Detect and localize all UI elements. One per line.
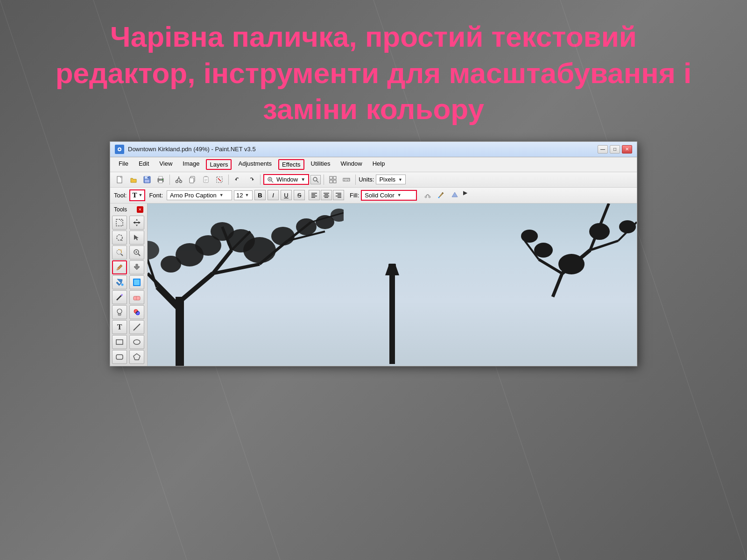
font-dropdown[interactable]: Arno Pro Caption ▼ bbox=[167, 190, 232, 200]
pencil-tool[interactable] bbox=[112, 260, 127, 274]
menu-window[interactable]: Window bbox=[337, 159, 366, 170]
eraser-tool[interactable] bbox=[129, 290, 144, 304]
menu-adjustments[interactable]: Adjustments bbox=[234, 159, 275, 170]
svg-point-63 bbox=[438, 197, 440, 198]
select-rect-tool[interactable] bbox=[112, 216, 127, 230]
svg-line-71 bbox=[121, 254, 123, 256]
color-dropper-button[interactable] bbox=[435, 189, 447, 201]
menu-layers[interactable]: Layers bbox=[206, 159, 232, 170]
svg-rect-25 bbox=[204, 177, 208, 182]
align-left-button[interactable] bbox=[309, 190, 320, 200]
font-label: Font: bbox=[149, 192, 163, 199]
svg-point-131 bbox=[534, 243, 553, 258]
lasso-tool[interactable] bbox=[112, 231, 127, 245]
rectangle-tool[interactable] bbox=[112, 335, 127, 349]
svg-rect-89 bbox=[118, 314, 121, 315]
alignment-group bbox=[309, 190, 344, 200]
save-button[interactable] bbox=[141, 174, 153, 185]
window-controls[interactable]: — □ ✕ bbox=[598, 145, 632, 154]
text-tool-char: T bbox=[117, 323, 122, 331]
svg-point-132 bbox=[521, 230, 538, 243]
color-fill-tool[interactable] bbox=[129, 275, 144, 289]
align-right-button[interactable] bbox=[333, 190, 344, 200]
svg-point-129 bbox=[589, 223, 610, 240]
zoom-combo[interactable]: Window ▼ bbox=[263, 174, 309, 185]
svg-rect-134 bbox=[389, 275, 395, 364]
tool-type-selector[interactable]: T ▼ bbox=[129, 189, 145, 201]
rounded-rect-tool[interactable] bbox=[112, 350, 127, 364]
svg-marker-69 bbox=[134, 235, 139, 240]
brush-tool[interactable] bbox=[112, 290, 127, 304]
menu-edit[interactable]: Edit bbox=[135, 159, 153, 170]
new-button[interactable] bbox=[114, 174, 126, 185]
print-button[interactable] bbox=[155, 174, 167, 185]
svg-rect-8 bbox=[120, 176, 122, 178]
ellipse-tool[interactable] bbox=[129, 335, 144, 349]
antialiasing-button[interactable] bbox=[422, 189, 434, 201]
svg-rect-96 bbox=[116, 355, 123, 359]
tool-dropdown-arrow: ▼ bbox=[138, 193, 142, 197]
svg-point-85 bbox=[121, 294, 123, 296]
font-size-dropdown[interactable]: 12 ▼ bbox=[234, 190, 253, 200]
redo-button[interactable] bbox=[245, 174, 257, 185]
slide-background: Чарівна паличка, простий текстовий редак… bbox=[0, 0, 747, 560]
menu-utilities[interactable]: Utilities bbox=[307, 159, 334, 170]
paste-button[interactable] bbox=[200, 174, 212, 185]
svg-point-6 bbox=[119, 148, 120, 150]
menu-effects[interactable]: Effects bbox=[278, 159, 304, 170]
svg-line-93 bbox=[134, 324, 140, 330]
fill-label: Fill: bbox=[350, 192, 359, 199]
fill-dropdown[interactable]: Solid Color ▼ bbox=[361, 190, 417, 201]
close-button[interactable]: ✕ bbox=[622, 145, 632, 154]
svg-point-133 bbox=[619, 220, 636, 233]
grid-button[interactable] bbox=[327, 174, 339, 185]
clone-stamp-tool[interactable] bbox=[112, 305, 127, 319]
zoom-plus-button[interactable] bbox=[310, 175, 321, 184]
align-center-button[interactable] bbox=[321, 190, 332, 200]
svg-point-16 bbox=[162, 179, 163, 180]
fill-area: Fill: Solid Color ▼ bbox=[350, 190, 417, 201]
opacity-button[interactable] bbox=[449, 189, 461, 201]
deselect-button[interactable] bbox=[213, 174, 226, 185]
tool-label: Tool: bbox=[114, 192, 127, 199]
svg-rect-15 bbox=[159, 181, 162, 183]
app-icon bbox=[115, 145, 124, 154]
paint-bucket-tool[interactable] bbox=[112, 275, 127, 289]
undo-button[interactable] bbox=[232, 174, 244, 185]
svg-line-84 bbox=[117, 295, 121, 300]
units-dropdown[interactable]: Pixels ▼ bbox=[376, 175, 406, 184]
pan-tool[interactable] bbox=[129, 260, 144, 274]
bold-button[interactable]: B bbox=[254, 190, 266, 200]
ruler-button[interactable] bbox=[340, 174, 352, 185]
svg-point-18 bbox=[180, 180, 182, 182]
minimize-button[interactable]: — bbox=[598, 145, 608, 154]
menu-image[interactable]: Image bbox=[179, 159, 203, 170]
text-tool[interactable]: T bbox=[112, 320, 127, 334]
cut-button[interactable] bbox=[173, 174, 185, 185]
copy-button[interactable] bbox=[186, 174, 198, 185]
menu-help[interactable]: Help bbox=[369, 159, 389, 170]
tools-close-button[interactable]: ✕ bbox=[137, 206, 143, 213]
units-label: Units: bbox=[359, 176, 374, 183]
tools-panel-title: Tools bbox=[114, 206, 127, 213]
recolor-tool[interactable] bbox=[129, 305, 144, 319]
underline-button[interactable]: U bbox=[281, 190, 292, 200]
menu-file[interactable]: File bbox=[115, 159, 132, 170]
magic-wand-tool[interactable] bbox=[112, 245, 127, 259]
move-select-tool[interactable] bbox=[129, 231, 144, 245]
svg-point-114 bbox=[243, 237, 276, 263]
svg-rect-40 bbox=[333, 176, 336, 179]
move-tool[interactable] bbox=[129, 216, 144, 230]
italic-button[interactable]: I bbox=[268, 190, 279, 200]
open-button[interactable] bbox=[127, 174, 140, 185]
menu-view[interactable]: View bbox=[155, 159, 176, 170]
freeform-shape-tool[interactable] bbox=[129, 350, 144, 364]
svg-rect-41 bbox=[330, 180, 332, 183]
svg-point-60 bbox=[425, 196, 427, 198]
maximize-button[interactable]: □ bbox=[610, 145, 620, 154]
line-tool[interactable] bbox=[129, 320, 144, 334]
lamp-post bbox=[369, 261, 416, 366]
separator-4 bbox=[324, 175, 324, 185]
zoom-tool[interactable] bbox=[129, 245, 144, 259]
strikethrough-button[interactable]: S bbox=[294, 190, 305, 200]
